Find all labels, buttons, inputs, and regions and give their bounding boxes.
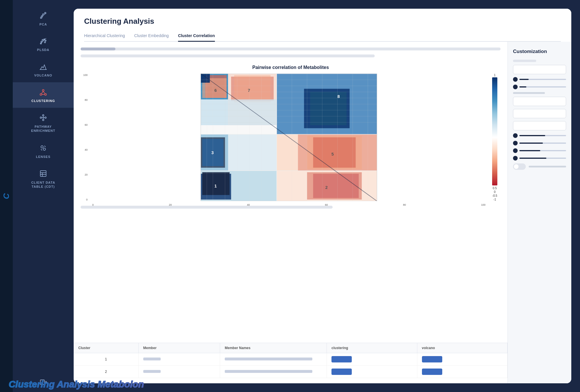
colorbar-label-05: 0.5 bbox=[493, 187, 497, 190]
sidebar-item-clustering[interactable]: CLUSTERING bbox=[13, 82, 74, 108]
svg-rect-51 bbox=[201, 86, 377, 86]
svg-point-24 bbox=[41, 146, 43, 148]
svg-point-13 bbox=[40, 94, 42, 95]
custom-input-1[interactable] bbox=[513, 65, 566, 74]
watermark-text: Clustering Analysis Metabolon bbox=[0, 377, 580, 392]
tab-embedding[interactable]: Cluster Embedding bbox=[134, 30, 169, 42]
slider-thumb-4[interactable] bbox=[513, 141, 518, 145]
slider-thumb-5[interactable] bbox=[513, 148, 518, 153]
slider-track-4[interactable] bbox=[519, 143, 566, 144]
custom-input-4[interactable] bbox=[513, 121, 566, 130]
svg-point-18 bbox=[40, 117, 42, 118]
svg-rect-40 bbox=[201, 74, 210, 83]
slider-thumb-1[interactable] bbox=[513, 77, 518, 82]
custom-input-2[interactable] bbox=[513, 97, 566, 106]
svg-rect-43 bbox=[234, 75, 271, 102]
scrollbar-h1[interactable] bbox=[81, 48, 501, 50]
svg-point-14 bbox=[45, 94, 46, 95]
cell-member-1 bbox=[138, 353, 220, 366]
svg-rect-56 bbox=[201, 116, 377, 116]
svg-point-12 bbox=[42, 90, 44, 91]
svg-rect-54 bbox=[201, 104, 377, 104]
slider-thumb-3[interactable] bbox=[513, 133, 518, 138]
svg-line-28 bbox=[44, 146, 46, 147]
svg-rect-57 bbox=[201, 122, 377, 123]
cell-cluster-2: 2 bbox=[74, 366, 138, 378]
heatmap-svg: 6 7 8 3 5 1 2 bbox=[92, 74, 485, 201]
toggle-switch[interactable] bbox=[513, 163, 526, 170]
volcano-btn-2[interactable] bbox=[422, 369, 442, 375]
cell-clustering-2 bbox=[327, 366, 417, 378]
content-body: Pairwise correlation of Metabolites 100 … bbox=[74, 42, 571, 383]
svg-rect-53 bbox=[201, 98, 377, 98]
toggle-track-label bbox=[529, 166, 566, 167]
names-bar-1 bbox=[225, 358, 312, 360]
toggle-knob bbox=[514, 164, 519, 169]
clustering-btn-2[interactable] bbox=[331, 369, 352, 375]
custom-scrollbar-top[interactable] bbox=[513, 60, 536, 62]
tab-correlation[interactable]: Cluster Correlation bbox=[178, 30, 215, 42]
slider-row-2 bbox=[513, 85, 566, 89]
svg-point-10 bbox=[45, 40, 46, 41]
y-axis-labels: 100 80 60 40 20 0 bbox=[81, 74, 89, 201]
cell-clustering-1 bbox=[327, 353, 417, 366]
svg-text:2: 2 bbox=[325, 185, 328, 190]
colorbar-gradient bbox=[492, 77, 497, 185]
colorbar: 1 0.5 0 -0.5 -1 bbox=[489, 74, 501, 201]
x-axis-labels: 0 20 40 60 80 100 bbox=[92, 202, 485, 207]
plsda-icon bbox=[39, 37, 48, 46]
svg-point-8 bbox=[44, 42, 46, 43]
svg-rect-29 bbox=[40, 171, 46, 176]
slider-row-4 bbox=[513, 141, 566, 145]
col-header-member: Member bbox=[138, 343, 220, 353]
member-bar-1 bbox=[143, 358, 161, 360]
sidebar-item-lenses[interactable]: LENSES bbox=[13, 138, 74, 164]
cell-member-2 bbox=[138, 366, 220, 378]
volcano-icon bbox=[39, 62, 48, 71]
main-content: Clustering Analysis Hierarchical Cluster… bbox=[74, 9, 571, 383]
svg-text:3: 3 bbox=[211, 150, 214, 155]
customization-title: Customization bbox=[513, 49, 566, 54]
table-row: 1 bbox=[74, 353, 507, 366]
col-header-clustering: clustering bbox=[327, 343, 417, 353]
colorbar-label-bottom: -1 bbox=[494, 198, 496, 201]
sidebar-item-cdt[interactable]: CLIENT DATATABLE (CDT) bbox=[13, 164, 74, 194]
slider-thumb-2[interactable] bbox=[513, 85, 518, 89]
custom-input-3[interactable] bbox=[513, 109, 566, 118]
slider-track-2[interactable] bbox=[519, 86, 566, 87]
scrollbar-h2[interactable] bbox=[81, 54, 375, 57]
slider-track-3[interactable] bbox=[519, 135, 566, 136]
sidebar-item-pathway[interactable]: PATHWAYENRICHMENT bbox=[13, 108, 74, 138]
slider-track-5[interactable] bbox=[519, 150, 566, 151]
chart-area: Pairwise correlation of Metabolites 100 … bbox=[74, 42, 507, 343]
svg-line-15 bbox=[41, 91, 43, 94]
tab-hierarchical[interactable]: Hierarchical Clustering bbox=[84, 30, 125, 42]
svg-text:8: 8 bbox=[338, 94, 340, 99]
cell-cluster-1: 1 bbox=[74, 353, 138, 366]
slider-row-3 bbox=[513, 133, 566, 138]
sidebar: PCA PLSDA VOLCANO bbox=[13, 0, 74, 392]
cell-names-2 bbox=[220, 366, 327, 378]
slider-row-6 bbox=[513, 156, 566, 161]
volcano-btn-1[interactable] bbox=[422, 356, 442, 362]
svg-point-19 bbox=[43, 115, 44, 116]
sidebar-item-volcano[interactable]: VOLCANO bbox=[13, 57, 74, 82]
slider-row-5 bbox=[513, 148, 566, 153]
mini-scrollbar-1[interactable] bbox=[513, 92, 545, 94]
slider-track-6[interactable] bbox=[519, 158, 566, 159]
colorbar-label-neg05: -0.5 bbox=[492, 194, 497, 197]
sidebar-item-pca[interactable]: PCA bbox=[13, 6, 74, 31]
pathway-icon bbox=[39, 113, 48, 122]
left-edge-bar: C bbox=[0, 0, 13, 392]
svg-rect-44 bbox=[228, 99, 277, 125]
cell-names-1 bbox=[220, 353, 327, 366]
slider-track-1[interactable] bbox=[519, 79, 566, 80]
app-brand-text: C bbox=[2, 193, 11, 199]
page-title: Clustering Analysis bbox=[84, 17, 561, 26]
svg-rect-71 bbox=[313, 174, 359, 198]
cell-volcano-1 bbox=[417, 353, 507, 366]
sidebar-item-plsda[interactable]: PLSDA bbox=[13, 31, 74, 57]
clustering-btn-1[interactable] bbox=[331, 356, 352, 362]
slider-thumb-6[interactable] bbox=[513, 156, 518, 161]
heatmap-wrapper: 100 80 60 40 20 0 bbox=[81, 74, 501, 201]
